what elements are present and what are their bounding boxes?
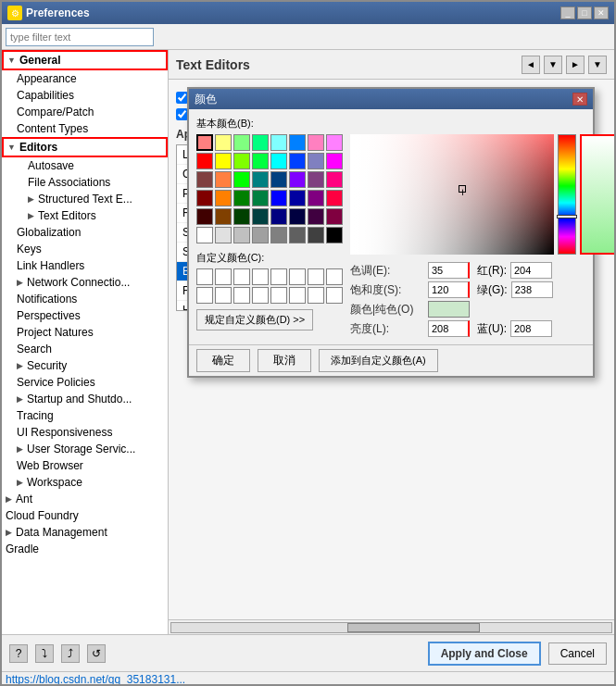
help-icon[interactable]: ?	[9, 644, 28, 663]
sidebar-item-data-management[interactable]: ▶ Data Management	[2, 524, 168, 541]
color-cell[interactable]	[196, 227, 213, 243]
saturation-input[interactable]	[428, 281, 470, 298]
color-cell[interactable]	[326, 134, 343, 151]
color-cell[interactable]	[233, 190, 250, 206]
nav-back-button[interactable]: ◄	[522, 56, 540, 74]
custom-color-cell[interactable]	[233, 287, 250, 304]
close-button[interactable]: ✕	[594, 6, 609, 19]
sidebar-item-appearance[interactable]: Appearance	[2, 70, 168, 87]
red-input[interactable]	[510, 262, 552, 279]
custom-color-cell[interactable]	[196, 268, 213, 285]
sidebar-item-content-types[interactable]: Content Types	[2, 120, 168, 137]
color-dialog-cancel-button[interactable]: 取消	[258, 349, 311, 372]
color-cell[interactable]	[289, 153, 306, 169]
color-cell[interactable]	[270, 227, 287, 243]
custom-color-cell[interactable]	[252, 287, 269, 304]
sidebar-item-security[interactable]: ▶ Security	[2, 357, 168, 374]
color-cell[interactable]	[270, 134, 287, 151]
color-spectrum[interactable]: +	[350, 134, 554, 255]
sidebar-item-notifications[interactable]: Notifications	[2, 291, 168, 307]
color-cell[interactable]	[215, 153, 232, 169]
color-cell[interactable]	[215, 171, 232, 188]
sidebar-item-autosave[interactable]: Autosave	[2, 157, 168, 174]
color-cell[interactable]	[233, 171, 250, 188]
cancel-button[interactable]: Cancel	[548, 642, 607, 665]
sidebar-item-tracing[interactable]: Tracing	[2, 407, 168, 424]
color-cell[interactable]	[308, 134, 324, 151]
sidebar-item-startup[interactable]: ▶ Startup and Shutdo...	[2, 391, 168, 407]
color-cell[interactable]	[252, 190, 269, 206]
color-cell[interactable]	[233, 153, 250, 169]
nav-forward-button[interactable]: ►	[566, 56, 585, 74]
color-cell[interactable]	[196, 134, 213, 151]
sidebar-item-cloud-foundry[interactable]: Cloud Foundry	[2, 507, 168, 524]
color-cell[interactable]	[196, 208, 213, 225]
brightness-input[interactable]	[428, 320, 470, 337]
sidebar-item-general[interactable]: ▼ General	[2, 50, 168, 70]
color-dialog-close-button[interactable]: ✕	[572, 93, 587, 106]
blue-input[interactable]	[510, 320, 552, 337]
color-cell[interactable]	[289, 208, 306, 225]
color-cell[interactable]	[215, 227, 232, 243]
sidebar-item-workspace[interactable]: ▶ Workspace	[2, 474, 168, 491]
sidebar-item-user-storage[interactable]: ▶ User Storage Servic...	[2, 441, 168, 457]
custom-color-cell[interactable]	[233, 268, 250, 285]
sidebar-item-structured-text[interactable]: ▶ Structured Text E...	[2, 191, 168, 207]
custom-color-cell[interactable]	[308, 268, 324, 285]
sidebar-item-network[interactable]: ▶ Network Connectio...	[2, 274, 168, 291]
nav-menu-button[interactable]: ▼	[588, 56, 607, 74]
color-cell[interactable]	[326, 227, 343, 243]
custom-color-cell[interactable]	[289, 287, 306, 304]
custom-color-cell[interactable]	[289, 268, 306, 285]
color-cell[interactable]	[308, 153, 324, 169]
filter-input[interactable]	[6, 28, 154, 46]
define-custom-colors-button[interactable]: 规定自定义颜色(D) >>	[196, 309, 313, 331]
sidebar-item-editors[interactable]: ▼ Editors	[2, 137, 168, 157]
color-cell[interactable]	[326, 208, 343, 225]
apply-and-close-button[interactable]: Apply and Close	[428, 642, 541, 666]
color-cell[interactable]	[233, 227, 250, 243]
sidebar-item-compare-patch[interactable]: Compare/Patch	[2, 104, 168, 120]
sidebar-item-project-natures[interactable]: Project Natures	[2, 324, 168, 341]
color-cell[interactable]	[270, 190, 287, 206]
color-cell[interactable]	[326, 190, 343, 206]
sidebar-item-capabilities[interactable]: Capabilities	[2, 87, 168, 104]
sidebar-item-gradle[interactable]: Gradle	[2, 541, 168, 557]
custom-color-cell[interactable]	[252, 268, 269, 285]
color-cell[interactable]	[233, 134, 250, 151]
color-cell[interactable]	[289, 190, 306, 206]
color-cell[interactable]	[308, 227, 324, 243]
custom-color-cell[interactable]	[270, 287, 287, 304]
sidebar-item-text-editors[interactable]: ▶ Text Editors	[2, 207, 168, 224]
color-cell[interactable]	[215, 134, 232, 151]
custom-color-cell[interactable]	[196, 287, 213, 304]
color-cell[interactable]	[252, 153, 269, 169]
color-cell[interactable]	[252, 134, 269, 151]
color-cell[interactable]	[196, 171, 213, 188]
sidebar-item-file-associations[interactable]: File Associations	[2, 174, 168, 191]
minimize-button[interactable]: _	[560, 6, 575, 19]
import-icon[interactable]: ⤵	[35, 644, 54, 663]
sidebar-item-globalization[interactable]: Globalization	[2, 224, 168, 241]
nav-dropdown-button[interactable]: ▼	[544, 56, 562, 74]
color-cell[interactable]	[252, 227, 269, 243]
color-cell[interactable]	[252, 208, 269, 225]
green-input[interactable]	[511, 281, 553, 298]
color-cell[interactable]	[196, 190, 213, 206]
custom-color-cell[interactable]	[326, 287, 343, 304]
sidebar-item-ant[interactable]: ▶ Ant	[2, 491, 168, 507]
color-cell[interactable]	[308, 171, 324, 188]
sidebar-item-web-browser[interactable]: Web Browser	[2, 457, 168, 474]
custom-color-cell[interactable]	[326, 268, 343, 285]
color-cell[interactable]	[289, 171, 306, 188]
color-cell[interactable]	[326, 153, 343, 169]
color-cell[interactable]	[252, 171, 269, 188]
custom-color-cell[interactable]	[308, 287, 324, 304]
color-cell[interactable]	[270, 208, 287, 225]
color-cell[interactable]	[270, 153, 287, 169]
h-scrollbar-thumb[interactable]	[347, 623, 480, 632]
hue-slider[interactable]	[558, 134, 576, 255]
sidebar-item-keys[interactable]: Keys	[2, 241, 168, 257]
sidebar-item-perspectives[interactable]: Perspectives	[2, 307, 168, 324]
color-cell[interactable]	[196, 153, 213, 169]
